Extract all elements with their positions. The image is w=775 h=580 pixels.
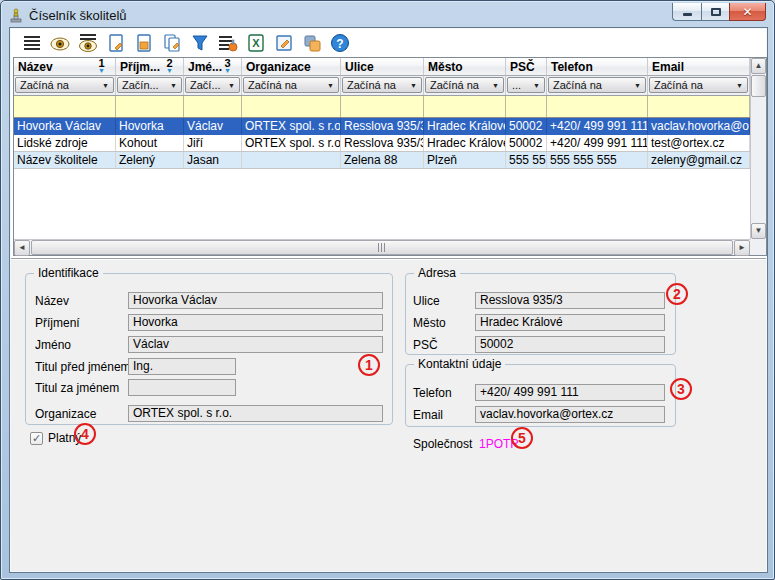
doc-copy-icon[interactable]	[161, 32, 182, 53]
column-header-1[interactable]: Název1▼	[14, 58, 116, 76]
scrollbar-corner	[750, 239, 766, 255]
copy-squares-icon[interactable]	[301, 32, 322, 53]
filter-dropdown[interactable]: Začíná na▼	[649, 77, 748, 93]
search-input-cell[interactable]	[648, 96, 750, 117]
field-telefon[interactable]: +420/ 499 991 111	[475, 384, 665, 401]
table-cell: vaclav.hovorka@orte	[648, 118, 750, 134]
filter-dropdown[interactable]: Začíná na▼	[342, 77, 422, 93]
filter-dropdown[interactable]: Začíná na▼	[15, 77, 114, 93]
grid-search-row	[14, 96, 750, 118]
field-m-sto[interactable]: Hradec Králové	[475, 314, 665, 331]
table-row[interactable]: Název školiteleZelenýJasanZelena 88Plzeň…	[14, 152, 750, 169]
table-cell: Resslova 935/3	[341, 118, 424, 134]
column-header-8[interactable]: Telefon	[547, 58, 648, 76]
column-header-6[interactable]: Město	[424, 58, 506, 76]
column-header-4[interactable]: Organizace	[242, 58, 341, 76]
search-input-cell[interactable]	[184, 96, 242, 117]
table-cell: ORTEX spol. s r.o.	[242, 135, 341, 151]
records-flask-icon[interactable]	[217, 32, 238, 53]
annotation-circle-4: 4	[74, 423, 96, 445]
search-input-cell[interactable]	[116, 96, 184, 117]
platny-checkbox[interactable]: ✓	[30, 432, 43, 445]
table-row[interactable]: Hovorka VáclavHovorkaVáclavORTEX spol. s…	[14, 118, 750, 135]
search-input-cell[interactable]	[424, 96, 506, 117]
app-window: Číselník školitelů ✕ X? Název1▼Příjm...2…	[0, 0, 775, 580]
chevron-down-icon: ▼	[410, 82, 417, 89]
grid-header-row: Název1▼Příjm...2▼Jmé...3▼OrganizaceUlice…	[14, 58, 750, 76]
minimize-button[interactable]	[672, 3, 701, 21]
field-p-jmen-[interactable]: Hovorka	[128, 314, 383, 331]
scroll-right-icon[interactable]: ►	[734, 240, 750, 256]
scroll-down-icon[interactable]: ▼	[751, 223, 766, 239]
field-label: PSČ	[413, 338, 438, 352]
column-label: Název	[18, 60, 53, 74]
filter-dropdown[interactable]: Začíná na▼	[548, 77, 646, 93]
list-icon[interactable]	[21, 32, 42, 53]
field-ulice[interactable]: Resslova 935/3	[475, 292, 665, 309]
chevron-down-icon: ▼	[533, 82, 540, 89]
doc-new-icon[interactable]	[105, 32, 126, 53]
toolbar: X?	[11, 29, 766, 56]
search-input-cell[interactable]	[341, 96, 424, 117]
filter-dropdown[interactable]: Začíná na▼	[243, 77, 339, 93]
doc-edit-icon[interactable]	[133, 32, 154, 53]
excel-export-icon[interactable]: X	[245, 32, 266, 53]
table-row[interactable]: Lidské zdrojeKohoutJiříORTEX spol. s r.o…	[14, 135, 750, 152]
scroll-left-icon[interactable]: ◄	[14, 240, 30, 256]
filter-dropdown[interactable]: Začí...▼	[185, 77, 240, 93]
filter-dropdown[interactable]: Začíná na▼	[425, 77, 504, 93]
column-label: Jmé...	[188, 60, 222, 74]
search-input-cell[interactable]	[547, 96, 648, 117]
field-ps-[interactable]: 50002	[475, 336, 665, 353]
chevron-down-icon: ▼	[102, 82, 109, 89]
form-edit-icon[interactable]	[273, 32, 294, 53]
filter-dropdown[interactable]: Začín...▼	[117, 77, 182, 93]
table-cell: Jasan	[184, 152, 242, 168]
table-cell: Kohout	[116, 135, 184, 151]
column-header-3[interactable]: Jmé...3▼	[184, 58, 242, 76]
eye-view-icon[interactable]	[49, 32, 70, 53]
table-cell: Zelena 88	[341, 152, 424, 168]
search-input-cell[interactable]	[506, 96, 547, 117]
search-input-cell[interactable]	[242, 96, 341, 117]
table-cell: Hradec Králové	[424, 135, 506, 151]
maximize-button[interactable]	[701, 3, 729, 21]
column-header-5[interactable]: Ulice	[341, 58, 424, 76]
filter-label: Začíná na	[553, 79, 602, 91]
close-icon: ✕	[742, 6, 752, 18]
column-header-2[interactable]: Příjm...2▼	[116, 58, 184, 76]
help-icon[interactable]: ?	[329, 32, 350, 53]
table-cell: 555 555 555	[547, 152, 648, 168]
horizontal-scrollbar[interactable]: ◄ ►	[14, 239, 750, 255]
horizontal-scroll-thumb[interactable]	[31, 240, 733, 255]
field-label: Organizace	[35, 407, 96, 421]
column-header-9[interactable]: Email	[648, 58, 750, 76]
eye-preview-icon[interactable]	[77, 32, 98, 53]
window-title: Číselník školitelů	[29, 8, 127, 23]
table-cell: Resslova 935/3	[341, 135, 424, 151]
filter-icon[interactable]	[189, 32, 210, 53]
field-n-zev[interactable]: Hovorka Václav	[128, 292, 383, 309]
table-cell: Hradec Králové	[424, 118, 506, 134]
table-cell: 555 55	[506, 152, 547, 168]
vertical-scrollbar[interactable]: ▲ ▼	[750, 58, 766, 239]
field-titul-p-ed-jm-nem[interactable]: Ing.	[128, 358, 236, 375]
field-titul-za-jm-nem[interactable]	[128, 379, 236, 396]
vertical-scroll-thumb[interactable]	[751, 75, 766, 97]
chevron-down-icon: ▼	[634, 82, 641, 89]
search-input-cell[interactable]	[14, 96, 116, 117]
table-cell: Zelený	[116, 152, 184, 168]
field-label: Název	[35, 294, 69, 308]
field-organizace[interactable]: ORTEX spol. s r.o.	[128, 405, 383, 422]
filter-dropdown[interactable]: ...▼	[507, 77, 545, 93]
table-cell: Hovorka	[116, 118, 184, 134]
close-button[interactable]: ✕	[729, 3, 766, 21]
field-email[interactable]: vaclav.hovorka@ortex.cz	[475, 406, 665, 423]
annotation-circle-1: 1	[358, 354, 380, 376]
scroll-up-icon[interactable]: ▲	[751, 58, 766, 74]
annotation-circle-2: 2	[666, 283, 688, 305]
field-jm-no[interactable]: Václav	[128, 336, 383, 353]
column-header-7[interactable]: PSČ	[506, 58, 547, 76]
table-cell: Hovorka Václav	[14, 118, 116, 134]
field-label: Titul za jménem	[35, 381, 119, 395]
